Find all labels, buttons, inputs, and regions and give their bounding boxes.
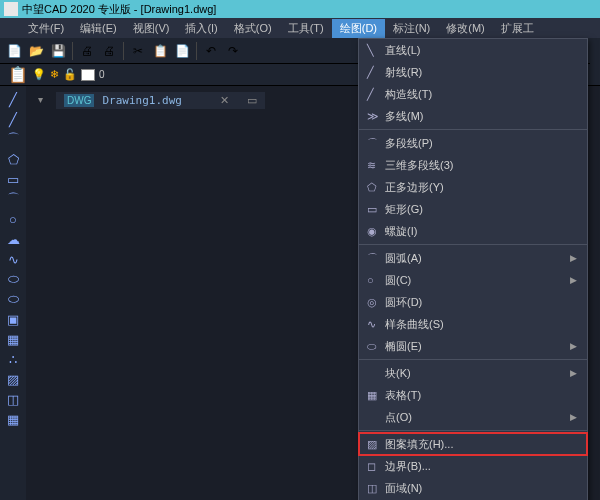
ray-icon: ╱ [367,66,385,79]
menu-item-hatch[interactable]: ▨图案填充(H)... [359,433,587,455]
menu-item-ray[interactable]: ╱射线(R) [359,61,587,83]
table-tool[interactable]: ▦ [4,410,22,428]
menu-item-3dpolyline[interactable]: ≋三维多段线(3) [359,154,587,176]
insert-block-tool[interactable]: ▣ [4,310,22,328]
menu-tools[interactable]: 工具(T) [280,19,332,38]
submenu-arrow-icon: ▶ [570,341,577,351]
menu-dimension[interactable]: 标注(N) [385,19,438,38]
document-tab[interactable]: DWG Drawing1.dwg ✕ ▭ [56,92,265,109]
menu-item-ellipse[interactable]: ⬭椭圆(E)▶ [359,335,587,357]
close-tab-button[interactable]: ✕ [220,94,229,107]
menu-edit[interactable]: 编辑(E) [72,19,125,38]
line-tool[interactable]: ╱ [4,90,22,108]
polyline-icon: ⌒ [367,136,385,151]
copy-button[interactable]: 📋 [150,41,170,61]
hatch-tool[interactable]: ▨ [4,370,22,388]
layer-freeze-icon[interactable]: ❄ [50,68,59,81]
save-button[interactable]: 💾 [48,41,68,61]
hatch-icon: ▨ [367,438,385,451]
layer-name[interactable]: 0 [99,69,105,80]
new-file-button[interactable]: 📄 [4,41,24,61]
paste-button[interactable]: 📄 [172,41,192,61]
menu-item-region[interactable]: ◫面域(N) [359,477,587,499]
donut-icon: ◎ [367,296,385,309]
cut-button[interactable]: ✂ [128,41,148,61]
spiral-icon: ◉ [367,225,385,238]
rectangle-icon: ▭ [367,203,385,216]
menu-bar: 文件(F) 编辑(E) 视图(V) 插入(I) 格式(O) 工具(T) 绘图(D… [0,18,600,38]
menu-extend[interactable]: 扩展工 [493,19,542,38]
app-title: 中望CAD 2020 专业版 - [Drawing1.dwg] [22,2,216,17]
ellipse-arc-tool[interactable]: ⬭ [4,290,22,308]
menu-item-boundary[interactable]: ◻边界(B)... [359,455,587,477]
submenu-arrow-icon: ▶ [570,275,577,285]
revcloud-tool[interactable]: ☁ [4,230,22,248]
submenu-arrow-icon: ▶ [570,253,577,263]
draw-menu-dropdown: ╲直线(L) ╱射线(R) ╱构造线(T) ≫多线(M) ⌒多段线(P) ≋三维… [358,38,588,500]
undo-button[interactable]: ↶ [201,41,221,61]
region-tool[interactable]: ◫ [4,390,22,408]
menu-item-polygon[interactable]: ⬠正多边形(Y) [359,176,587,198]
spline-tool[interactable]: ∿ [4,250,22,268]
rectangle-tool[interactable]: ▭ [4,170,22,188]
ellipse-tool[interactable]: ⬭ [4,270,22,288]
xline-icon: ╱ [367,88,385,101]
print-preview-button[interactable]: 🖨 [99,41,119,61]
layer-visibility-icon[interactable]: 💡 [32,68,46,81]
menu-item-block[interactable]: 块(K)▶ [359,362,587,384]
ellipse-icon: ⬭ [367,340,385,353]
app-icon [4,2,18,16]
menu-item-donut[interactable]: ◎圆环(D) [359,291,587,313]
menu-file[interactable]: 文件(F) [20,19,72,38]
region-icon: ◫ [367,482,385,495]
table-icon: ▦ [367,389,385,402]
circle-icon: ○ [367,274,385,286]
document-tab-name: Drawing1.dwg [102,94,181,107]
open-file-button[interactable]: 📂 [26,41,46,61]
menu-item-polyline[interactable]: ⌒多段线(P) [359,132,587,154]
right-panel-edge [590,38,600,78]
tree-collapse-icon[interactable]: ▾ [38,94,43,105]
menu-item-arc[interactable]: ⌒圆弧(A)▶ [359,247,587,269]
menu-item-rectangle[interactable]: ▭矩形(G) [359,198,587,220]
polygon-tool[interactable]: ⬠ [4,150,22,168]
menu-draw[interactable]: 绘图(D) [332,19,385,38]
print-button[interactable]: 🖨 [77,41,97,61]
menu-format[interactable]: 格式(O) [226,19,280,38]
layer-lock-icon[interactable]: 🔓 [63,68,77,81]
menu-item-spiral[interactable]: ◉螺旋(I) [359,220,587,242]
title-bar: 中望CAD 2020 专业版 - [Drawing1.dwg] [0,0,600,18]
layer-color-swatch[interactable] [81,69,95,81]
make-block-tool[interactable]: ▦ [4,330,22,348]
polyline3d-icon: ≋ [367,159,385,172]
polyline-tool[interactable]: ⌒ [4,130,22,148]
menu-item-point[interactable]: 点(O)▶ [359,406,587,428]
arc-icon: ⌒ [367,251,385,266]
menu-item-table[interactable]: ▦表格(T) [359,384,587,406]
new-tab-button[interactable]: ▭ [247,94,257,107]
xline-tool[interactable]: ╱ [4,110,22,128]
menu-item-circle[interactable]: ○圆(C)▶ [359,269,587,291]
draw-toolbar: ╱ ╱ ⌒ ⬠ ▭ ⌒ ○ ☁ ∿ ⬭ ⬭ ▣ ▦ ∴ ▨ ◫ ▦ [0,86,26,500]
submenu-arrow-icon: ▶ [570,368,577,378]
menu-item-line[interactable]: ╲直线(L) [359,39,587,61]
spline-icon: ∿ [367,318,385,331]
submenu-arrow-icon: ▶ [570,412,577,422]
menu-modify[interactable]: 修改(M) [438,19,493,38]
polygon-icon: ⬠ [367,181,385,194]
arc-tool[interactable]: ⌒ [4,190,22,208]
line-icon: ╲ [367,44,385,57]
circle-tool[interactable]: ○ [4,210,22,228]
redo-button[interactable]: ↷ [223,41,243,61]
menu-view[interactable]: 视图(V) [125,19,178,38]
boundary-icon: ◻ [367,460,385,473]
mline-icon: ≫ [367,110,385,123]
menu-item-mline[interactable]: ≫多线(M) [359,105,587,127]
layer-manager-button[interactable]: 📋 [8,65,28,84]
dwg-file-icon: DWG [64,94,94,107]
point-tool[interactable]: ∴ [4,350,22,368]
menu-item-spline[interactable]: ∿样条曲线(S) [359,313,587,335]
menu-item-xline[interactable]: ╱构造线(T) [359,83,587,105]
menu-insert[interactable]: 插入(I) [177,19,225,38]
